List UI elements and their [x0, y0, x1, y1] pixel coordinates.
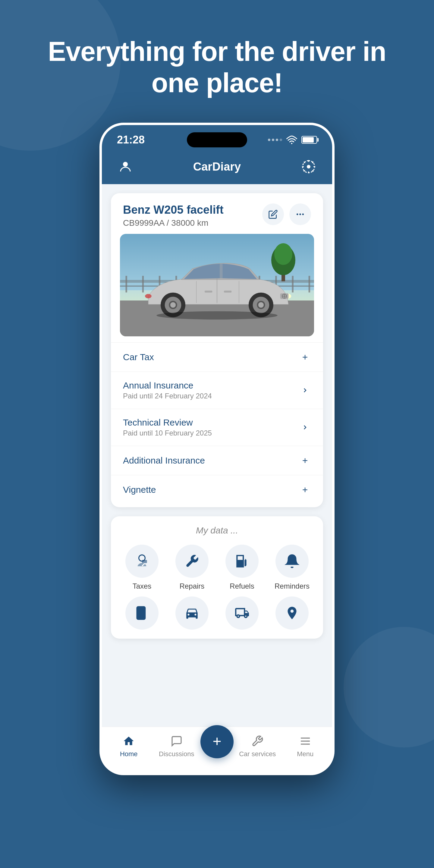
svg-point-5: [302, 213, 304, 215]
svg-rect-41: [224, 291, 232, 293]
data-grid-row1: Taxes Repairs Re: [120, 545, 314, 590]
status-bar: 21:28: [102, 125, 332, 152]
annual-insurance-chevron-icon: [299, 384, 311, 396]
add-button[interactable]: +: [200, 725, 234, 758]
svg-point-30: [258, 302, 264, 308]
annual-insurance-sublabel: Paid until 24 February 2024: [123, 392, 299, 400]
location-icon-circle: [276, 596, 309, 629]
nav-car-services[interactable]: Car services: [234, 735, 281, 758]
additional-insurance-row[interactable]: Additional Insurance +: [111, 446, 323, 475]
additional-insurance-content: Additional Insurance: [123, 456, 299, 466]
location-item[interactable]: [270, 596, 314, 629]
status-time: 21:28: [117, 133, 145, 146]
edit-button[interactable]: [262, 204, 284, 225]
car-svg: [134, 260, 299, 321]
refuels-icon-circle: [225, 545, 258, 578]
svg-rect-22: [309, 276, 310, 292]
add-icon: +: [213, 734, 221, 749]
annual-insurance-content: Annual Insurance Paid until 24 February …: [123, 380, 299, 400]
car-tax-content: Car Tax: [123, 352, 299, 362]
car-services-icon: [251, 735, 264, 748]
car2-item[interactable]: [220, 596, 264, 629]
svg-point-1: [123, 162, 128, 167]
svg-point-26: [170, 302, 176, 308]
vignette-label: Vignette: [123, 485, 299, 495]
signal-dots: [268, 138, 282, 141]
technical-review-row[interactable]: Technical Review Paid until 10 February …: [111, 409, 323, 446]
menu-icon: [299, 735, 312, 748]
repairs-icon-circle: [176, 545, 209, 578]
annual-insurance-row[interactable]: Annual Insurance Paid until 24 February …: [111, 372, 323, 409]
nav-menu[interactable]: Menu: [281, 735, 330, 758]
additional-insurance-plus-icon: +: [299, 455, 311, 467]
docs-icon-circle: [125, 596, 158, 629]
car2-icon-circle: [225, 596, 258, 629]
car-details: Car Tax + Annual Insurance Paid until 24…: [111, 339, 323, 507]
my-data-title: My data ...: [120, 525, 314, 535]
dynamic-island: [187, 132, 247, 147]
settings-button[interactable]: [300, 158, 317, 175]
technical-review-sublabel: Paid until 10 February 2025: [123, 429, 299, 437]
home-label: Home: [120, 750, 138, 758]
svg-rect-40: [205, 291, 213, 293]
phone-frame: 21:28: [99, 123, 335, 775]
svg-rect-45: [137, 607, 145, 619]
nav-home[interactable]: Home: [105, 735, 153, 758]
car-actions: [262, 204, 311, 225]
discussions-label: Discussions: [159, 750, 194, 758]
repairs-label: Repairs: [180, 582, 205, 590]
svg-point-42: [156, 311, 277, 319]
battery-icon: [301, 136, 317, 144]
status-icons: [268, 135, 317, 144]
car-image: [120, 234, 314, 336]
car1-item[interactable]: [170, 596, 214, 629]
more-button[interactable]: [289, 204, 311, 225]
phone-body: Benz W205 facelift CB9999AA / 38000 km: [102, 184, 332, 727]
menu-label: Menu: [297, 750, 313, 758]
additional-insurance-label: Additional Insurance: [123, 456, 299, 466]
car-tax-plus-icon: +: [299, 351, 311, 363]
svg-point-3: [297, 213, 298, 215]
refuels-item[interactable]: Refuels: [220, 545, 264, 590]
my-data-card: My data ... Taxes: [111, 516, 323, 639]
taxes-icon-circle: [125, 545, 158, 578]
vignette-content: Vignette: [123, 485, 299, 495]
taxes-label: Taxes: [133, 582, 152, 590]
docs-item[interactable]: [120, 596, 164, 629]
technical-review-content: Technical Review Paid until 10 February …: [123, 417, 299, 437]
refuels-label: Refuels: [230, 582, 254, 590]
reminders-label: Reminders: [275, 582, 310, 590]
car-info: Benz W205 facelift CB9999AA / 38000 km: [123, 204, 224, 228]
taxes-item[interactable]: Taxes: [120, 545, 164, 590]
car-tax-row[interactable]: Car Tax +: [111, 342, 323, 372]
repairs-item[interactable]: Repairs: [170, 545, 214, 590]
car-tax-label: Car Tax: [123, 352, 299, 362]
car-card-header: Benz W205 facelift CB9999AA / 38000 km: [111, 193, 323, 234]
car-title: Benz W205 facelift: [123, 204, 224, 216]
profile-button[interactable]: [117, 158, 134, 175]
wifi-icon: [286, 135, 297, 144]
discussions-icon: [170, 735, 183, 748]
technical-review-label: Technical Review: [123, 417, 299, 428]
app-title: CarDiary: [193, 160, 241, 173]
svg-point-32: [145, 294, 152, 299]
car-services-label: Car services: [239, 750, 276, 758]
svg-point-2: [307, 165, 310, 168]
reminders-item[interactable]: Reminders: [270, 545, 314, 590]
svg-rect-11: [125, 276, 127, 292]
car1-icon-circle: [176, 596, 209, 629]
svg-rect-44: [142, 560, 147, 563]
vignette-plus-icon: +: [299, 484, 311, 496]
hero-title: Everything for the driver in one place!: [0, 0, 434, 123]
app-header: CarDiary: [102, 152, 332, 184]
svg-point-4: [299, 213, 301, 215]
nav-discussions[interactable]: Discussions: [153, 735, 201, 758]
home-icon: [122, 735, 135, 748]
svg-point-0: [291, 143, 293, 144]
vignette-row[interactable]: Vignette +: [111, 475, 323, 504]
car-subtitle: CB9999AA / 38000 km: [123, 218, 224, 228]
car-card: Benz W205 facelift CB9999AA / 38000 km: [111, 193, 323, 507]
annual-insurance-label: Annual Insurance: [123, 380, 299, 391]
reminders-icon-circle: [276, 545, 309, 578]
data-grid-row2: [120, 596, 314, 629]
